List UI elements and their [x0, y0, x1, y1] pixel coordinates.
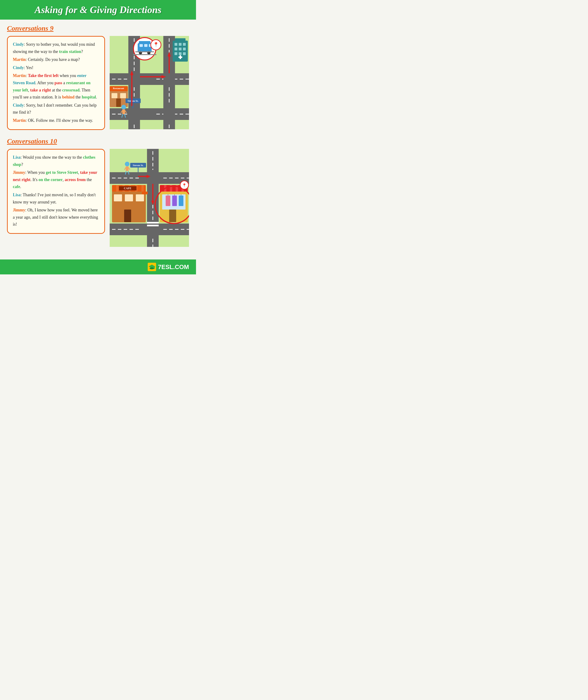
- svg-rect-102: [142, 192, 148, 194]
- conv9-line5: Cindy: Sorry, but I don't remember. Can …: [13, 102, 99, 116]
- svg-rect-28: [179, 43, 182, 46]
- svg-rect-99: [136, 194, 144, 201]
- svg-text:Restaurant: Restaurant: [113, 87, 124, 90]
- svg-rect-27: [175, 43, 177, 46]
- svg-text:CAFE: CAFE: [124, 187, 132, 190]
- section-9-content: Cindy: Sorry to bother you, but would yo…: [7, 36, 189, 130]
- speaker-martin-3: Martin: [13, 118, 26, 123]
- footer-logo: 7ESL.COM: [148, 263, 189, 271]
- speaker-jimmy-2: Jimmy: [13, 208, 25, 212]
- svg-rect-94: [141, 185, 144, 192]
- svg-rect-98: [125, 194, 133, 201]
- section-conversations-9: Conversations 9 Cindy: Sorry to bother y…: [7, 24, 189, 130]
- speaker-jimmy-1: Jimmy: [13, 170, 25, 175]
- svg-rect-30: [175, 48, 177, 50]
- speaker-martin-1: Martin: [13, 57, 26, 62]
- svg-rect-54: [120, 93, 126, 98]
- svg-text:📍: 📍: [182, 183, 187, 188]
- svg-rect-34: [179, 52, 182, 55]
- page-footer: 7ESL.COM: [0, 259, 196, 274]
- svg-point-56: [121, 105, 126, 109]
- hl-take-right: take a right: [30, 88, 51, 92]
- svg-rect-86: [110, 235, 147, 247]
- hl-on-corner: on the corner: [38, 177, 63, 182]
- svg-rect-90: [116, 185, 119, 192]
- svg-rect-110: [166, 196, 170, 206]
- svg-rect-116: [169, 210, 176, 222]
- conversation-10-box: Lisa: Would you show me the way to the c…: [7, 149, 105, 234]
- map-2: CAFE: [110, 149, 189, 248]
- svg-rect-29: [183, 43, 186, 46]
- speaker-cindy-2: Cindy: [13, 65, 24, 70]
- speaker-cindy-1: Cindy: [13, 42, 24, 47]
- speaker-lisa-2: Lisa: [13, 193, 21, 197]
- hl-clothes-shop: clothes shop: [13, 155, 95, 167]
- map-1: 📍 Restaurant: [110, 36, 189, 130]
- svg-rect-22: [110, 120, 128, 129]
- section-10-text: Lisa: Would you show me the way to the c…: [7, 149, 105, 234]
- section-10-title: Conversations 10: [7, 137, 189, 145]
- svg-rect-57: [122, 109, 125, 114]
- svg-rect-31: [179, 48, 182, 50]
- svg-rect-26: [175, 38, 185, 42]
- conv9-line1: Cindy: Sorry to bother you, but would yo…: [13, 41, 99, 55]
- speaker-lisa-1: Lisa: [13, 155, 21, 160]
- hl-crossroad: crossroad: [62, 88, 80, 92]
- svg-rect-35: [183, 52, 186, 55]
- svg-text:Steven St.: Steven St.: [133, 164, 144, 167]
- hl-pass: pass: [55, 80, 62, 85]
- svg-point-120: [125, 162, 129, 166]
- svg-rect-37: [180, 55, 181, 59]
- conv9-line4: Martin: Take the first left when you ent…: [13, 72, 99, 101]
- svg-rect-44: [144, 44, 147, 47]
- svg-rect-121: [126, 166, 129, 171]
- svg-rect-24: [175, 120, 189, 129]
- svg-rect-114: [179, 196, 183, 206]
- logo-icon: [148, 263, 156, 271]
- section-9-title: Conversations 9: [7, 24, 189, 32]
- section-conversations-10: Conversations 10 Lisa: Would you show me…: [7, 137, 189, 248]
- svg-rect-133: [147, 222, 159, 224]
- map-2-svg: CAFE: [110, 149, 189, 247]
- svg-rect-83: [159, 149, 189, 172]
- conv9-line6: Martin: OK. Follow me. I'll show you the…: [13, 117, 99, 124]
- svg-rect-23: [140, 120, 163, 129]
- hl-get-steve: get to Steve Street: [46, 170, 78, 175]
- main-content: Conversations 9 Cindy: Sorry to bother y…: [0, 20, 196, 259]
- footer-logo-text: 7ESL.COM: [158, 263, 189, 271]
- svg-rect-33: [175, 52, 177, 55]
- highlight-train-station: train station: [59, 49, 81, 54]
- conv10-line1: Lisa: Would you show me the way to the c…: [13, 154, 99, 168]
- svg-point-137: [150, 267, 154, 269]
- svg-rect-100: [124, 210, 131, 222]
- hl-hospital: hospital: [82, 95, 96, 99]
- svg-rect-18: [175, 85, 189, 108]
- conv10-line4: Jimmy: Oh, I know how you feel. We moved…: [13, 207, 99, 228]
- svg-rect-43: [140, 44, 143, 47]
- svg-rect-32: [183, 48, 186, 50]
- hl-first-left: Take the first left: [28, 73, 59, 78]
- page-header: Asking for & Giving Directions: [0, 0, 196, 20]
- svg-rect-53: [112, 93, 117, 98]
- svg-rect-87: [159, 235, 189, 247]
- conv10-line3: Lisa: Thanks! I've just moved in, so I r…: [13, 191, 99, 206]
- graduation-cap-icon: [149, 264, 155, 270]
- conv10-line2: Jimmy: When you get to Steve Street, tak…: [13, 169, 99, 190]
- svg-rect-134: [147, 225, 159, 226]
- page-title: Asking for & Giving Directions: [7, 4, 189, 15]
- svg-text:📍: 📍: [153, 42, 159, 47]
- speaker-martin-2: Martin: [13, 73, 26, 78]
- svg-text:Steven St.: Steven St.: [128, 99, 139, 102]
- map-1-svg: 📍 Restaurant: [110, 36, 189, 129]
- speaker-cindy-3: Cindy: [13, 103, 24, 108]
- conv9-line2: Martin: Certainly. Do you have a map?: [13, 56, 99, 63]
- svg-rect-97: [114, 194, 122, 201]
- svg-rect-19: [110, 36, 128, 73]
- svg-rect-55: [116, 98, 121, 107]
- hl-cafe: cafe: [13, 184, 20, 189]
- conv9-line3: Cindy: Yes!: [13, 64, 99, 71]
- section-9-text: Cindy: Sorry to bother you, but would yo…: [7, 36, 105, 130]
- hl-behind: behind: [62, 95, 74, 99]
- svg-rect-16: [140, 85, 163, 108]
- conversation-9-box: Cindy: Sorry to bother you, but would yo…: [7, 36, 105, 130]
